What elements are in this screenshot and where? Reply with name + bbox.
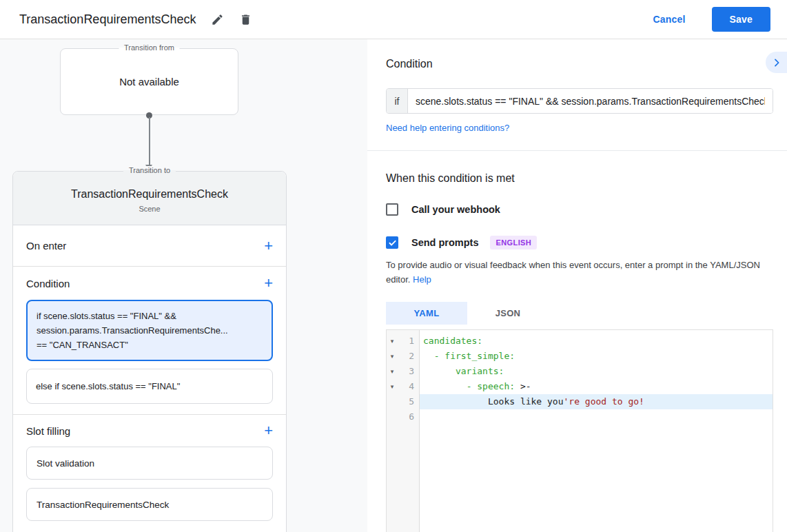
call-webhook-checkbox[interactable] [386, 203, 398, 216]
send-prompts-checkbox[interactable] [386, 236, 398, 249]
plus-icon[interactable]: + [264, 276, 273, 291]
save-button[interactable]: Save [712, 7, 771, 32]
when-condition-met-heading: When this condition is met [386, 172, 773, 185]
pencil-icon [211, 13, 224, 26]
line-number: 4 [398, 379, 419, 394]
code-line[interactable]: candidates: [420, 334, 773, 349]
gutter-row: ▾4 [387, 379, 419, 394]
send-prompts-row: Send prompts ENGLISH [386, 236, 773, 249]
on-enter-section-header: On enter + [13, 225, 286, 267]
fold-triangle-icon[interactable]: ▾ [387, 364, 398, 379]
tab-json[interactable]: JSON [467, 302, 549, 325]
fold-triangle-icon[interactable]: ▾ [387, 349, 398, 364]
token-plain [423, 381, 467, 391]
if-prefix-label: if [387, 89, 408, 113]
condition-line: else if scene.slots.status == "FINAL" [36, 379, 263, 393]
scene-name: TransactionRequirementsCheck [71, 188, 228, 201]
language-badge: ENGLISH [490, 236, 537, 249]
condition-line: session.params.TransactionRequirementsCh… [37, 323, 263, 338]
editor-gutter: ▾1▾2▾3▾456 [387, 330, 420, 532]
connector-line [149, 117, 150, 165]
scene-editor-window: TransactionRequirementsCheck Cancel Save… [0, 0, 787, 532]
condition-expression-input[interactable] [408, 89, 773, 113]
token-key: - first_simple: [434, 351, 515, 361]
transition-to-card: Transition to TransactionRequirementsChe… [12, 171, 287, 532]
slot-card-label: TransactionRequirementsCheck [37, 500, 169, 510]
webhook-row: Call your webhook [386, 203, 773, 216]
token-key: - speech: [467, 381, 515, 391]
slot-card[interactable]: Slot validation [26, 447, 273, 480]
slot-filling-section: Slot filling + Slot validation Transacti… [13, 415, 286, 521]
condition-line: if scene.slots.status == "FINAL" && [37, 309, 263, 323]
fold-triangle-icon[interactable]: ▾ [387, 334, 398, 349]
tab-yaml[interactable]: YAML [386, 302, 467, 325]
transition-to-legend: Transition to [123, 166, 176, 174]
code-line[interactable]: - first_simple: [420, 349, 773, 364]
line-number: 5 [398, 394, 419, 409]
condition-detail-panel: Condition if Need help entering conditio… [367, 39, 787, 532]
plus-icon[interactable]: + [264, 423, 273, 438]
section-divider [367, 150, 787, 151]
chevron-right-icon [771, 57, 782, 68]
main-area: Transition from Not available Transition… [0, 39, 787, 532]
condition-line: == "CAN_TRANSACT" [37, 338, 263, 352]
gutter-row: 6 [387, 409, 419, 424]
line-number: 3 [398, 364, 419, 379]
slot-filling-section-header: Slot filling + [13, 415, 286, 447]
condition-section: Condition + if scene.slots.status == "FI… [13, 267, 286, 415]
scene-card-header[interactable]: TransactionRequirementsCheck Scene [13, 172, 286, 225]
condition-section-header: Condition + [13, 267, 286, 300]
condition-heading: Condition [386, 58, 773, 70]
on-enter-label: On enter [26, 240, 66, 252]
transition-from-legend: Transition from [119, 43, 180, 52]
gutter-row: ▾2 [387, 349, 419, 364]
collapse-panel-button[interactable] [766, 52, 787, 73]
line-number: 6 [398, 409, 419, 424]
code-line[interactable] [420, 409, 773, 424]
condition-card[interactable]: else if scene.slots.status == "FINAL" [26, 369, 273, 404]
help-link[interactable]: Help [413, 274, 431, 285]
trash-icon [239, 13, 252, 26]
fold-triangle-icon[interactable]: ▾ [387, 379, 398, 394]
token-plain [423, 351, 434, 361]
condition-help-link[interactable]: Need help entering conditions? [386, 123, 509, 133]
editor-code: candidates: - first_simple: variants: - … [420, 330, 773, 532]
scene-canvas: Transition from Not available Transition… [0, 39, 367, 532]
gutter-row: ▾3 [387, 364, 419, 379]
slot-card[interactable]: TransactionRequirementsCheck [26, 488, 273, 521]
token-plain [423, 366, 456, 376]
token-string: 're good to go! [564, 396, 644, 407]
line-number: 1 [398, 334, 419, 349]
slot-filling-label: Slot filling [26, 425, 70, 437]
send-prompts-label: Send prompts [411, 237, 478, 248]
code-line[interactable]: - speech: >- [420, 379, 773, 394]
prompts-description-text: To provide audio or visual feedback when… [386, 260, 760, 285]
header-bar: TransactionRequirementsCheck Cancel Save [0, 0, 787, 39]
transition-from-value: Not available [119, 76, 179, 88]
delete-scene-button[interactable] [239, 13, 252, 26]
editor-format-tabs: YAML JSON [386, 302, 773, 325]
line-number: 2 [398, 349, 419, 364]
gutter-row: 5 [387, 394, 419, 409]
token-key: candidates: [423, 336, 482, 346]
token-plain: Looks like you [423, 396, 564, 407]
prompts-description: To provide audio or visual feedback when… [386, 258, 773, 287]
scene-type-label: Scene [139, 205, 160, 213]
checkmark-icon [388, 238, 397, 247]
cancel-button[interactable]: Cancel [653, 14, 685, 25]
transition-from-box: Transition from Not available [60, 48, 238, 115]
plus-icon[interactable]: + [264, 238, 273, 254]
edit-title-button[interactable] [211, 13, 224, 26]
slot-card-label: Slot validation [37, 458, 94, 469]
call-webhook-label: Call your webhook [411, 204, 500, 215]
gutter-row: ▾1 [387, 334, 419, 349]
condition-expression-row: if [386, 88, 773, 114]
condition-label: Condition [26, 278, 70, 289]
token-plain: >- [515, 381, 531, 391]
code-line-active[interactable]: Looks like you're good to go! [420, 394, 773, 409]
token-key: variants: [456, 366, 504, 376]
code-editor[interactable]: ▾1▾2▾3▾456 candidates: - first_simple: v… [386, 329, 773, 532]
code-line[interactable]: variants: [420, 364, 773, 379]
condition-card-selected[interactable]: if scene.slots.status == "FINAL" && sess… [26, 300, 273, 361]
page-title: TransactionRequirementsCheck [19, 12, 196, 27]
